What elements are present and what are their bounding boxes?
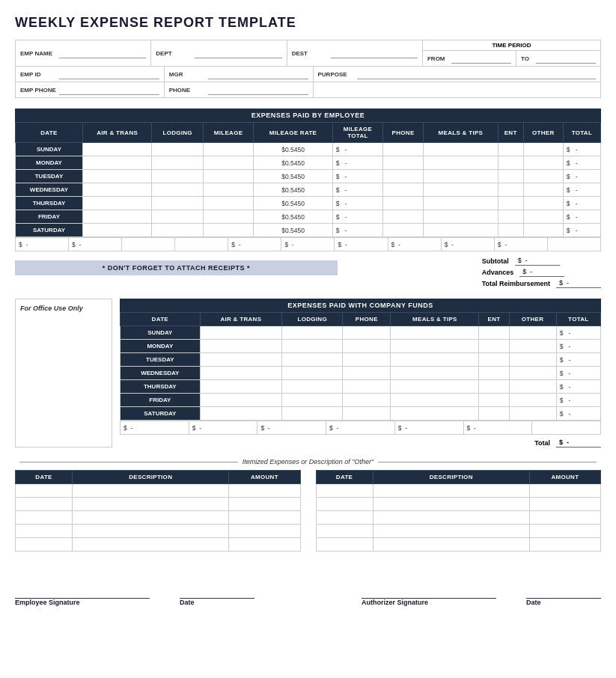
other-cell[interactable] (523, 183, 563, 197)
ent-cell[interactable] (498, 224, 523, 237)
cf-meals-tips-cell[interactable] (391, 394, 479, 407)
meals-tips-cell[interactable] (424, 170, 498, 183)
item-amount-right[interactable] (529, 484, 600, 498)
item-date-right[interactable] (316, 511, 373, 525)
cf-lodging-cell[interactable] (282, 326, 343, 340)
mileage-cell[interactable] (203, 224, 253, 237)
other-cell[interactable] (523, 197, 563, 210)
from-input[interactable] (451, 53, 511, 64)
cf-ent-cell[interactable] (479, 380, 509, 394)
other-cell[interactable] (523, 143, 563, 156)
item-desc-left[interactable] (73, 484, 229, 498)
mgr-input[interactable] (208, 69, 308, 79)
item-amount-left[interactable] (229, 498, 300, 511)
item-amount-left[interactable] (229, 538, 300, 552)
air-trans-cell[interactable] (82, 143, 151, 156)
item-date-left[interactable] (16, 511, 73, 525)
item-date-right[interactable] (316, 484, 373, 498)
cf-meals-tips-cell[interactable] (391, 340, 479, 353)
mileage-cell[interactable] (203, 143, 253, 156)
lodging-cell[interactable] (152, 156, 204, 170)
ent-cell[interactable] (498, 143, 523, 156)
cf-other-cell[interactable] (509, 340, 556, 353)
item-amount-right[interactable] (529, 498, 600, 511)
phone-cell[interactable] (383, 210, 424, 224)
other-cell[interactable] (523, 170, 563, 183)
ent-cell[interactable] (498, 170, 523, 183)
cf-other-cell[interactable] (509, 367, 556, 380)
other-cell[interactable] (523, 156, 563, 170)
phone-cell[interactable] (383, 183, 424, 197)
item-amount-right[interactable] (529, 511, 600, 525)
item-amount-right[interactable] (529, 525, 600, 538)
cf-lodging-cell[interactable] (282, 407, 343, 421)
cf-air-trans-cell[interactable] (200, 407, 281, 421)
item-amount-left[interactable] (229, 511, 300, 525)
cf-other-cell[interactable] (509, 353, 556, 367)
item-desc-right[interactable] (373, 525, 529, 538)
lodging-cell[interactable] (152, 170, 204, 183)
cf-phone-cell[interactable] (343, 367, 391, 380)
phone-cell[interactable] (383, 170, 424, 183)
cf-lodging-cell[interactable] (282, 380, 343, 394)
cf-air-trans-cell[interactable] (200, 353, 281, 367)
ent-cell[interactable] (498, 197, 523, 210)
cf-ent-cell[interactable] (479, 353, 509, 367)
mileage-cell[interactable] (203, 156, 253, 170)
cf-lodging-cell[interactable] (282, 340, 343, 353)
cf-other-cell[interactable] (509, 407, 556, 421)
mileage-cell[interactable] (203, 170, 253, 183)
item-desc-left[interactable] (73, 511, 229, 525)
cf-phone-cell[interactable] (343, 380, 391, 394)
item-date-right[interactable] (316, 498, 373, 511)
cf-meals-tips-cell[interactable] (391, 326, 479, 340)
phone-input[interactable] (208, 85, 308, 95)
lodging-cell[interactable] (152, 183, 204, 197)
phone-cell[interactable] (383, 156, 424, 170)
cf-phone-cell[interactable] (343, 326, 391, 340)
dest-input[interactable] (331, 48, 418, 58)
item-desc-right[interactable] (373, 498, 529, 511)
item-desc-right[interactable] (373, 484, 529, 498)
cf-air-trans-cell[interactable] (200, 394, 281, 407)
cf-ent-cell[interactable] (479, 367, 509, 380)
cf-meals-tips-cell[interactable] (391, 367, 479, 380)
meals-tips-cell[interactable] (424, 197, 498, 210)
cf-ent-cell[interactable] (479, 326, 509, 340)
item-date-right[interactable] (316, 538, 373, 552)
ent-cell[interactable] (498, 210, 523, 224)
item-date-left[interactable] (16, 484, 73, 498)
cf-phone-cell[interactable] (343, 394, 391, 407)
phone-cell[interactable] (383, 197, 424, 210)
item-amount-left[interactable] (229, 484, 300, 498)
cf-meals-tips-cell[interactable] (391, 380, 479, 394)
dept-input[interactable] (195, 48, 281, 58)
cf-ent-cell[interactable] (479, 394, 509, 407)
purpose-input[interactable] (357, 69, 597, 79)
to-input[interactable] (536, 53, 596, 64)
item-date-left[interactable] (16, 498, 73, 511)
air-trans-cell[interactable] (82, 197, 151, 210)
cf-phone-cell[interactable] (343, 353, 391, 367)
cf-phone-cell[interactable] (343, 340, 391, 353)
cf-meals-tips-cell[interactable] (391, 407, 479, 421)
ent-cell[interactable] (498, 156, 523, 170)
cf-air-trans-cell[interactable] (200, 380, 281, 394)
other-cell[interactable] (523, 210, 563, 224)
item-amount-right[interactable] (529, 538, 600, 552)
mileage-cell[interactable] (203, 210, 253, 224)
cf-lodging-cell[interactable] (282, 367, 343, 380)
cf-other-cell[interactable] (509, 326, 556, 340)
lodging-cell[interactable] (152, 224, 204, 237)
emp-id-input[interactable] (59, 69, 159, 79)
phone-cell[interactable] (383, 143, 424, 156)
cf-ent-cell[interactable] (479, 340, 509, 353)
meals-tips-cell[interactable] (424, 183, 498, 197)
cf-other-cell[interactable] (509, 380, 556, 394)
item-amount-left[interactable] (229, 525, 300, 538)
air-trans-cell[interactable] (82, 156, 151, 170)
meals-tips-cell[interactable] (424, 143, 498, 156)
item-desc-left[interactable] (73, 538, 229, 552)
item-desc-right[interactable] (373, 511, 529, 525)
item-desc-left[interactable] (73, 525, 229, 538)
